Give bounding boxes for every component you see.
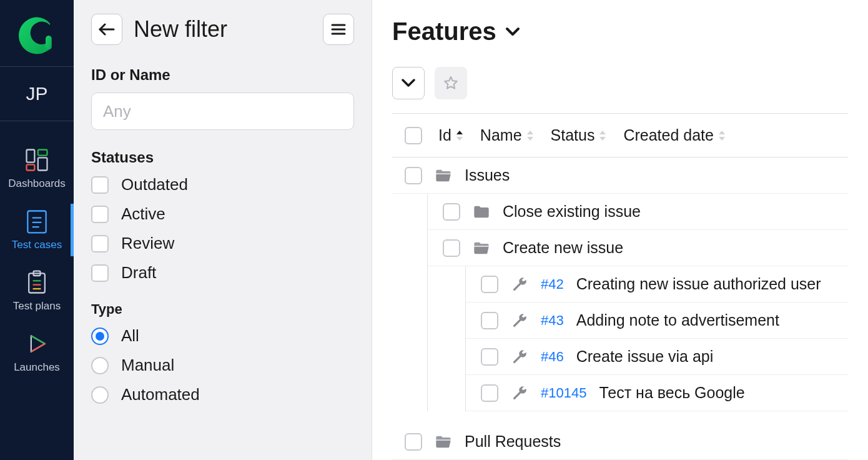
tree-test-46[interactable]: #46 Create issue via api [466, 339, 848, 375]
checkbox[interactable] [91, 176, 109, 194]
back-button[interactable] [91, 14, 122, 45]
radio[interactable] [91, 386, 109, 404]
test-id: #42 [541, 276, 564, 292]
column-label: Created date [623, 126, 714, 144]
checkbox[interactable] [443, 203, 460, 221]
type-option-label: Manual [121, 356, 174, 375]
logo[interactable] [0, 0, 74, 67]
sort-icon [526, 130, 535, 141]
wrench-icon [511, 276, 528, 293]
favorite-button[interactable] [435, 67, 467, 99]
column-label: Status [551, 126, 595, 144]
tree-test-10145[interactable]: #10145 Тест на весь Google [466, 375, 848, 411]
tree-folder-create-new-issue[interactable]: Create new issue [428, 230, 848, 266]
nav-item-dashboards[interactable]: Dashboards [0, 140, 74, 198]
status-option-label: Active [121, 204, 165, 224]
column-name[interactable]: Name [480, 126, 535, 144]
checkbox[interactable] [481, 276, 498, 293]
column-id[interactable]: Id [438, 126, 464, 144]
tree-folder-close-existing-issue[interactable]: Close existing issue [428, 194, 848, 230]
type-option-automated[interactable]: Automated [91, 385, 354, 404]
svg-rect-1 [27, 150, 35, 162]
arrow-left-icon [99, 23, 115, 36]
launches-icon [23, 330, 51, 358]
chevron-down-icon [402, 79, 415, 88]
type-option-label: All [121, 326, 139, 346]
status-option-review[interactable]: Review [91, 234, 354, 253]
test-id: #46 [541, 349, 564, 365]
column-created-date[interactable]: Created date [623, 126, 726, 144]
filter-menu-button[interactable] [323, 14, 354, 45]
nav-item-label: Dashboards [8, 178, 66, 190]
chevron-down-icon [505, 27, 520, 37]
tree-row-name: Issues [465, 166, 510, 184]
tree-row-name: Creating new issue authorized user [576, 275, 821, 293]
tree-row-name: Create new issue [503, 239, 623, 257]
status-option-label: Outdated [121, 175, 188, 194]
nav-item-launches[interactable]: Launches [0, 324, 74, 381]
test-id: #10145 [541, 385, 586, 401]
test-plans-icon [23, 269, 51, 296]
sort-asc-icon [455, 130, 464, 141]
folder-open-icon [435, 167, 452, 184]
nav-item-label: Launches [14, 361, 60, 374]
status-option-active[interactable]: Active [91, 204, 354, 224]
folder-open-icon [473, 239, 490, 257]
dashboards-icon [23, 146, 51, 174]
checkbox[interactable] [405, 433, 422, 451]
status-option-outdated[interactable]: Outdated [91, 175, 354, 194]
type-label: Type [91, 301, 354, 318]
wrench-icon [511, 384, 528, 402]
folder-open-icon [435, 433, 452, 451]
svg-rect-0 [46, 36, 52, 49]
logo-icon [15, 14, 59, 58]
nav-item-test-plans[interactable]: Test plans [0, 262, 74, 320]
main-title-dropdown[interactable]: Features [392, 18, 848, 46]
test-cases-icon [23, 208, 51, 235]
checkbox[interactable] [91, 264, 109, 282]
hamburger-icon [331, 23, 346, 36]
radio[interactable] [91, 328, 109, 345]
checkbox[interactable] [481, 384, 498, 402]
svg-rect-3 [27, 164, 35, 170]
type-option-label: Automated [121, 385, 200, 404]
tree-test-42[interactable]: #42 Creating new issue authorized user [466, 266, 848, 302]
avatar[interactable]: JP [0, 67, 74, 121]
checkbox[interactable] [443, 239, 460, 257]
checkbox[interactable] [91, 206, 109, 223]
status-option-draft[interactable]: Draft [91, 263, 354, 282]
table-header: Id Name Status [392, 114, 848, 158]
expand-collapse-button[interactable] [392, 67, 425, 99]
checkbox[interactable] [91, 235, 109, 252]
column-status[interactable]: Status [551, 126, 608, 144]
tree-row-name: Create issue via api [576, 348, 714, 366]
status-option-label: Review [121, 234, 174, 253]
checkbox[interactable] [481, 348, 498, 366]
nav-item-test-cases[interactable]: Test cases [0, 201, 74, 259]
tree-row-name: Close existing issue [503, 202, 641, 221]
nav-item-label: Test cases [12, 239, 62, 251]
tree-row-name: Adding note to advertisement [576, 311, 779, 329]
id-or-name-label: ID or Name [91, 66, 354, 84]
tree-folder-issues[interactable]: Issues [392, 158, 848, 194]
type-option-manual[interactable]: Manual [91, 356, 354, 375]
tree-folder-pull-requests[interactable]: Pull Requests [392, 424, 848, 460]
tree-row-name: Pull Requests [465, 432, 561, 451]
filter-panel: New filter ID or Name Statuses Outdated … [74, 0, 372, 460]
test-table: Id Name Status [392, 113, 848, 460]
sort-icon [718, 130, 726, 141]
main-content: Features Id Na [372, 0, 868, 460]
nav-item-label: Test plans [13, 300, 61, 312]
select-all-checkbox[interactable] [405, 127, 422, 144]
checkbox[interactable] [481, 312, 498, 329]
filter-title: New filter [134, 16, 312, 42]
checkbox[interactable] [405, 167, 422, 184]
sort-icon [598, 130, 607, 141]
avatar-initials: JP [26, 83, 47, 104]
id-or-name-input[interactable] [91, 92, 354, 130]
radio[interactable] [91, 357, 109, 374]
star-icon [443, 76, 458, 91]
test-tree: Issues Close existing issue Crea [392, 158, 848, 460]
type-option-all[interactable]: All [91, 326, 354, 346]
tree-test-43[interactable]: #43 Adding note to advertisement [466, 302, 848, 339]
